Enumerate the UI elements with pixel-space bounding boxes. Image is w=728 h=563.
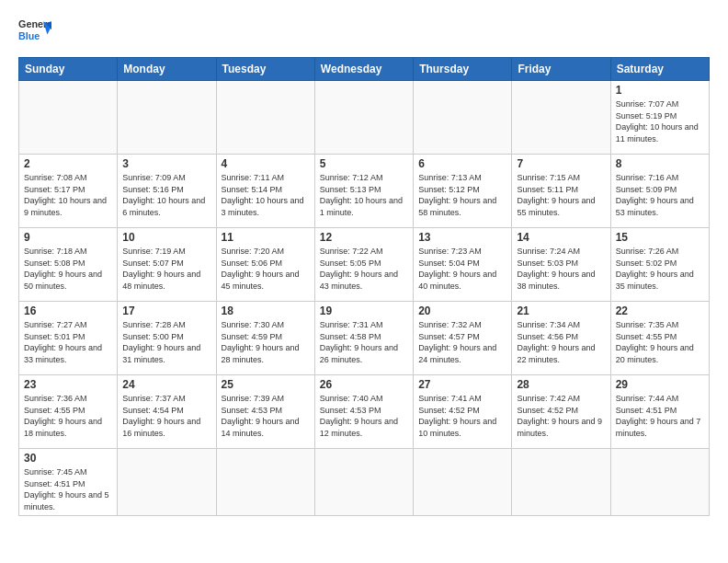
- calendar-cell: [512, 449, 610, 516]
- day-info: Sunrise: 7:31 AM Sunset: 4:58 PM Dayligh…: [320, 319, 408, 365]
- calendar-cell: 16Sunrise: 7:27 AM Sunset: 5:01 PM Dayli…: [19, 302, 118, 375]
- day-number: 22: [616, 304, 704, 317]
- day-number: 7: [517, 157, 605, 170]
- calendar-week-2: 2Sunrise: 7:08 AM Sunset: 5:17 PM Daylig…: [19, 155, 710, 228]
- weekday-header-row: SundayMondayTuesdayWednesdayThursdayFrid…: [19, 58, 710, 81]
- calendar-cell: 30Sunrise: 7:45 AM Sunset: 4:51 PM Dayli…: [19, 449, 118, 516]
- calendar-cell: 7Sunrise: 7:15 AM Sunset: 5:11 PM Daylig…: [512, 155, 610, 228]
- day-number: 9: [24, 231, 112, 244]
- day-info: Sunrise: 7:30 AM Sunset: 4:59 PM Dayligh…: [222, 319, 310, 365]
- day-info: Sunrise: 7:32 AM Sunset: 4:57 PM Dayligh…: [418, 319, 506, 365]
- day-info: Sunrise: 7:24 AM Sunset: 5:03 PM Dayligh…: [517, 246, 605, 292]
- day-number: 23: [24, 378, 112, 391]
- day-number: 18: [222, 304, 310, 317]
- calendar-cell: 14Sunrise: 7:24 AM Sunset: 5:03 PM Dayli…: [512, 228, 610, 302]
- day-number: 1: [616, 84, 704, 97]
- day-number: 13: [418, 231, 506, 244]
- calendar-cell: [414, 449, 512, 516]
- calendar-cell: 26Sunrise: 7:40 AM Sunset: 4:53 PM Dayli…: [314, 375, 413, 449]
- weekday-friday: Friday: [512, 58, 610, 81]
- day-number: 25: [222, 378, 310, 391]
- calendar-header: SundayMondayTuesdayWednesdayThursdayFrid…: [19, 58, 710, 81]
- day-info: Sunrise: 7:20 AM Sunset: 5:06 PM Dayligh…: [222, 246, 310, 292]
- weekday-monday: Monday: [118, 58, 216, 81]
- day-number: 11: [222, 231, 310, 244]
- svg-text:Blue: Blue: [18, 30, 40, 41]
- day-info: Sunrise: 7:27 AM Sunset: 5:01 PM Dayligh…: [24, 319, 112, 365]
- day-info: Sunrise: 7:16 AM Sunset: 5:09 PM Dayligh…: [616, 172, 704, 218]
- day-info: Sunrise: 7:40 AM Sunset: 4:53 PM Dayligh…: [320, 393, 408, 439]
- calendar-cell: 10Sunrise: 7:19 AM Sunset: 5:07 PM Dayli…: [118, 228, 216, 302]
- day-info: Sunrise: 7:22 AM Sunset: 5:05 PM Dayligh…: [320, 246, 408, 292]
- day-info: Sunrise: 7:35 AM Sunset: 4:55 PM Dayligh…: [616, 319, 704, 365]
- calendar-cell: 25Sunrise: 7:39 AM Sunset: 4:53 PM Dayli…: [216, 375, 314, 449]
- calendar-cell: 23Sunrise: 7:36 AM Sunset: 4:55 PM Dayli…: [19, 375, 118, 449]
- day-number: 29: [616, 378, 704, 391]
- calendar-cell: [118, 449, 216, 516]
- day-info: Sunrise: 7:41 AM Sunset: 4:52 PM Dayligh…: [418, 393, 506, 439]
- calendar-cell: 1Sunrise: 7:07 AM Sunset: 5:19 PM Daylig…: [610, 81, 709, 155]
- weekday-tuesday: Tuesday: [216, 58, 314, 81]
- weekday-thursday: Thursday: [414, 58, 512, 81]
- day-number: 26: [320, 378, 408, 391]
- weekday-sunday: Sunday: [19, 58, 118, 81]
- calendar-cell: 17Sunrise: 7:28 AM Sunset: 5:00 PM Dayli…: [118, 302, 216, 375]
- day-info: Sunrise: 7:37 AM Sunset: 4:54 PM Dayligh…: [122, 393, 210, 439]
- calendar-cell: 8Sunrise: 7:16 AM Sunset: 5:09 PM Daylig…: [610, 155, 709, 228]
- day-number: 12: [320, 231, 408, 244]
- calendar-cell: 21Sunrise: 7:34 AM Sunset: 4:56 PM Dayli…: [512, 302, 610, 375]
- calendar-cell: [610, 449, 709, 516]
- day-number: 21: [517, 304, 605, 317]
- calendar-body: 1Sunrise: 7:07 AM Sunset: 5:19 PM Daylig…: [19, 81, 710, 516]
- generalblue-logo-icon: General Blue: [18, 15, 51, 48]
- calendar-cell: 3Sunrise: 7:09 AM Sunset: 5:16 PM Daylig…: [118, 155, 216, 228]
- day-info: Sunrise: 7:45 AM Sunset: 4:51 PM Dayligh…: [24, 466, 112, 512]
- day-number: 5: [320, 157, 408, 170]
- calendar-cell: [216, 81, 314, 155]
- calendar-cell: 20Sunrise: 7:32 AM Sunset: 4:57 PM Dayli…: [414, 302, 512, 375]
- calendar-cell: [19, 81, 118, 155]
- day-number: 30: [24, 452, 112, 465]
- weekday-saturday: Saturday: [610, 58, 709, 81]
- calendar-cell: 18Sunrise: 7:30 AM Sunset: 4:59 PM Dayli…: [216, 302, 314, 375]
- calendar-cell: 4Sunrise: 7:11 AM Sunset: 5:14 PM Daylig…: [216, 155, 314, 228]
- calendar-cell: [314, 449, 413, 516]
- weekday-wednesday: Wednesday: [314, 58, 413, 81]
- day-info: Sunrise: 7:15 AM Sunset: 5:11 PM Dayligh…: [517, 172, 605, 218]
- day-info: Sunrise: 7:13 AM Sunset: 5:12 PM Dayligh…: [418, 172, 506, 218]
- day-number: 10: [122, 231, 210, 244]
- day-number: 19: [320, 304, 408, 317]
- day-info: Sunrise: 7:34 AM Sunset: 4:56 PM Dayligh…: [517, 319, 605, 365]
- day-number: 17: [122, 304, 210, 317]
- calendar-cell: [118, 81, 216, 155]
- calendar-week-5: 23Sunrise: 7:36 AM Sunset: 4:55 PM Dayli…: [19, 375, 710, 449]
- calendar-week-1: 1Sunrise: 7:07 AM Sunset: 5:19 PM Daylig…: [19, 81, 710, 155]
- day-info: Sunrise: 7:12 AM Sunset: 5:13 PM Dayligh…: [320, 172, 408, 218]
- calendar-cell: 6Sunrise: 7:13 AM Sunset: 5:12 PM Daylig…: [414, 155, 512, 228]
- day-number: 27: [418, 378, 506, 391]
- calendar-cell: 2Sunrise: 7:08 AM Sunset: 5:17 PM Daylig…: [19, 155, 118, 228]
- day-number: 14: [517, 231, 605, 244]
- calendar-cell: 29Sunrise: 7:44 AM Sunset: 4:51 PM Dayli…: [610, 375, 709, 449]
- header: General Blue: [18, 15, 710, 48]
- day-number: 20: [418, 304, 506, 317]
- day-info: Sunrise: 7:28 AM Sunset: 5:00 PM Dayligh…: [122, 319, 210, 365]
- calendar-week-3: 9Sunrise: 7:18 AM Sunset: 5:08 PM Daylig…: [19, 228, 710, 302]
- calendar-cell: 12Sunrise: 7:22 AM Sunset: 5:05 PM Dayli…: [314, 228, 413, 302]
- day-info: Sunrise: 7:09 AM Sunset: 5:16 PM Dayligh…: [122, 172, 210, 218]
- calendar-cell: 5Sunrise: 7:12 AM Sunset: 5:13 PM Daylig…: [314, 155, 413, 228]
- day-info: Sunrise: 7:42 AM Sunset: 4:52 PM Dayligh…: [517, 393, 605, 439]
- calendar-cell: [314, 81, 413, 155]
- day-info: Sunrise: 7:44 AM Sunset: 4:51 PM Dayligh…: [616, 393, 704, 439]
- calendar-cell: 22Sunrise: 7:35 AM Sunset: 4:55 PM Dayli…: [610, 302, 709, 375]
- day-info: Sunrise: 7:08 AM Sunset: 5:17 PM Dayligh…: [24, 172, 112, 218]
- page: General Blue SundayMondayTuesdayWednesda…: [0, 0, 728, 525]
- calendar-cell: 27Sunrise: 7:41 AM Sunset: 4:52 PM Dayli…: [414, 375, 512, 449]
- day-info: Sunrise: 7:19 AM Sunset: 5:07 PM Dayligh…: [122, 246, 210, 292]
- calendar-week-6: 30Sunrise: 7:45 AM Sunset: 4:51 PM Dayli…: [19, 449, 710, 516]
- day-number: 15: [616, 231, 704, 244]
- day-number: 6: [418, 157, 506, 170]
- calendar-cell: 24Sunrise: 7:37 AM Sunset: 4:54 PM Dayli…: [118, 375, 216, 449]
- calendar-cell: 11Sunrise: 7:20 AM Sunset: 5:06 PM Dayli…: [216, 228, 314, 302]
- calendar-cell: [414, 81, 512, 155]
